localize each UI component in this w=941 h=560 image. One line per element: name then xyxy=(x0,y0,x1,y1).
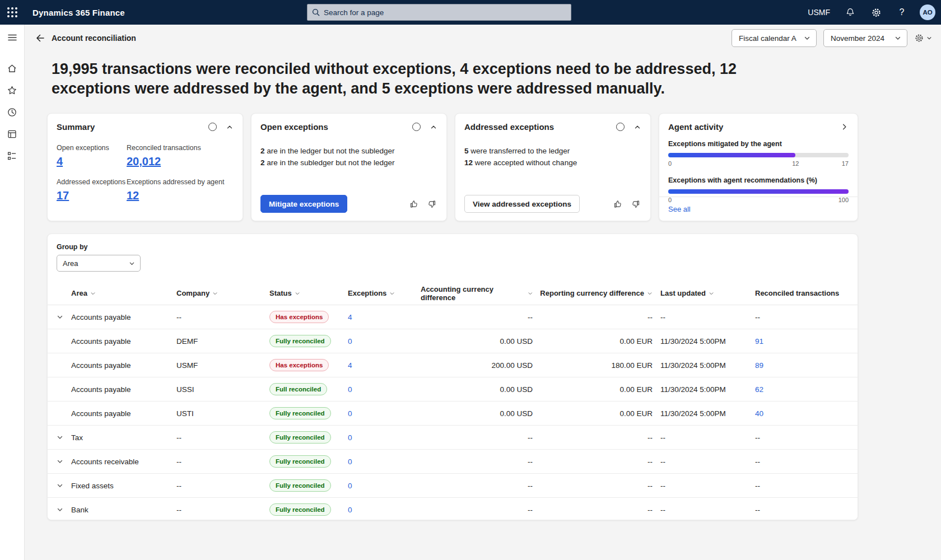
agent-status-circle-icon[interactable] xyxy=(412,123,421,131)
app-title: Dynamics 365 Finance xyxy=(32,8,125,17)
group-by-select[interactable]: Area xyxy=(57,255,141,272)
group-expand-chevron-icon[interactable] xyxy=(57,506,63,513)
exceptions-link[interactable]: 0 xyxy=(348,506,352,514)
table-row[interactable]: Accounts receivable -- Fully reconciled … xyxy=(48,450,858,474)
column-header-reconciled[interactable]: Reconciled transactions xyxy=(755,289,849,297)
status-badge: Fully reconciled xyxy=(269,407,331,419)
status-badge: Fully reconciled xyxy=(269,335,331,347)
agent-activity-card: Agent activity Exceptions mitigated by t… xyxy=(659,113,858,221)
collapse-chevron-up-icon[interactable] xyxy=(633,123,641,131)
exceptions-link[interactable]: 0 xyxy=(348,337,352,346)
table-row[interactable]: Bank -- Fully reconciled 0 -- -- -- -- xyxy=(48,498,858,520)
table-body: Accounts payable -- Has exceptions 4 -- … xyxy=(48,305,858,520)
agent-status-circle-icon[interactable] xyxy=(208,123,217,131)
page-settings-gear-icon[interactable] xyxy=(914,33,932,43)
reconciled-transactions-cell[interactable]: 89 xyxy=(755,361,763,370)
see-all-link[interactable]: See all xyxy=(668,205,691,213)
exceptions-link[interactable]: 0 xyxy=(348,482,352,490)
thumbs-up-icon[interactable] xyxy=(408,199,419,209)
workspaces-icon[interactable] xyxy=(6,128,18,140)
table-row[interactable]: Accounts payable USTI Fully reconciled 0… xyxy=(48,402,858,426)
open-exceptions-details: 2 are in the ledger but not the subledge… xyxy=(260,145,437,169)
status-badge: Full reconciled xyxy=(269,383,327,395)
exceptions-link[interactable]: 0 xyxy=(348,433,352,442)
exceptions-link[interactable]: 4 xyxy=(348,361,352,370)
column-header-company[interactable]: Company xyxy=(176,289,269,297)
exceptions-link[interactable]: 4 xyxy=(348,313,352,321)
thumbs-down-icon[interactable] xyxy=(631,199,641,209)
favorites-star-icon[interactable] xyxy=(6,84,18,96)
metric-exceptions-by-agent: Exceptions addressed by agent 12 xyxy=(127,178,234,202)
fiscal-calendar-select[interactable]: Fiscal calendar A xyxy=(732,29,817,47)
open-agent-activity-chevron-right-icon[interactable] xyxy=(840,123,849,131)
column-header-reporting-diff[interactable]: Reporting currency difference xyxy=(533,289,653,297)
status-badge: Has exceptions xyxy=(269,359,329,371)
company-cell: -- xyxy=(176,433,269,442)
group-expand-chevron-icon[interactable] xyxy=(57,314,63,320)
group-by-label: Group by xyxy=(57,243,849,251)
column-header-status[interactable]: Status xyxy=(269,289,348,297)
settings-gear-icon[interactable] xyxy=(866,0,886,25)
reconciled-transactions-cell[interactable]: 62 xyxy=(755,385,763,394)
group-expand-chevron-icon[interactable] xyxy=(57,458,63,465)
column-header-exceptions[interactable]: Exceptions xyxy=(348,289,421,297)
thumbs-down-icon[interactable] xyxy=(427,199,437,209)
top-app-bar: Dynamics 365 Finance USMF ? AO xyxy=(0,0,941,25)
recent-clock-icon[interactable] xyxy=(6,106,18,118)
table-row[interactable]: Accounts payable DEMF Fully reconciled 0… xyxy=(48,329,858,353)
help-icon[interactable]: ? xyxy=(892,0,912,25)
global-search[interactable] xyxy=(307,4,571,21)
column-header-area[interactable]: Area xyxy=(71,289,176,297)
card-title: Agent activity xyxy=(668,122,723,132)
company-cell: DEMF xyxy=(176,337,269,346)
group-expand-chevron-icon[interactable] xyxy=(57,434,63,441)
app-launcher-waffle-icon[interactable] xyxy=(0,0,25,25)
mitigate-exceptions-button[interactable]: Mitigate exceptions xyxy=(260,195,347,213)
table-row[interactable]: Accounts payable -- Has exceptions 4 -- … xyxy=(48,305,858,329)
notifications-bell-icon[interactable] xyxy=(840,0,860,25)
reconciled-transactions-cell[interactable]: 40 xyxy=(755,409,763,418)
table-row[interactable]: Accounts payable USSI Full reconciled 0 … xyxy=(48,377,858,402)
column-header-accounting-diff[interactable]: Accounting currency difference xyxy=(421,285,533,302)
metric-link[interactable]: 17 xyxy=(57,189,69,202)
menu-hamburger-icon[interactable] xyxy=(6,31,18,44)
chevron-down-icon xyxy=(295,291,300,296)
card-title: Summary xyxy=(57,122,95,132)
agent-status-circle-icon[interactable] xyxy=(616,123,625,131)
exceptions-link[interactable]: 0 xyxy=(348,409,352,418)
status-badge: Fully reconciled xyxy=(269,431,331,444)
metric-link[interactable]: 4 xyxy=(57,155,63,168)
view-addressed-exceptions-button[interactable]: View addressed exceptions xyxy=(464,195,580,213)
metric-link[interactable]: 20,012 xyxy=(127,155,161,168)
exceptions-link[interactable]: 0 xyxy=(348,385,352,394)
company-picker[interactable]: USMF xyxy=(803,0,835,25)
reporting-diff-cell: -- xyxy=(533,506,653,514)
user-avatar[interactable]: AO xyxy=(920,4,935,20)
reconciled-transactions-cell[interactable]: 91 xyxy=(755,337,763,346)
status-badge: Has exceptions xyxy=(269,311,329,323)
period-select[interactable]: November 2024 xyxy=(823,29,907,47)
collapse-chevron-up-icon[interactable] xyxy=(226,123,234,131)
area-cell: Accounts receivable xyxy=(71,458,176,466)
home-icon[interactable] xyxy=(6,62,18,74)
table-row[interactable]: Tax -- Fully reconciled 0 -- -- -- -- xyxy=(48,426,858,450)
metric-link[interactable]: 12 xyxy=(127,189,139,202)
reconciled-transactions-cell: -- xyxy=(755,482,760,490)
reporting-diff-cell: 180.00 EUR xyxy=(533,361,653,370)
reporting-diff-cell: 0.00 EUR xyxy=(533,337,653,346)
back-arrow-icon[interactable] xyxy=(30,29,49,48)
table-row[interactable]: Fixed assets -- Fully reconciled 0 -- --… xyxy=(48,474,858,498)
area-cell: Accounts payable xyxy=(71,385,176,394)
table-row[interactable]: Accounts payable USMF Has exceptions 4 2… xyxy=(48,353,858,377)
group-expand-chevron-icon[interactable] xyxy=(57,482,63,489)
search-input[interactable] xyxy=(324,8,566,17)
collapse-chevron-up-icon[interactable] xyxy=(430,123,437,131)
modules-list-icon[interactable] xyxy=(6,150,18,162)
exceptions-link[interactable]: 0 xyxy=(348,458,352,466)
thumbs-up-icon[interactable] xyxy=(612,199,623,209)
accounting-diff-cell: 200.00 USD xyxy=(421,361,533,370)
reconciled-transactions-cell: -- xyxy=(755,506,760,514)
reconciliation-summary-headline: 19,995 transactions were reconciled with… xyxy=(52,59,774,99)
column-header-last-updated[interactable]: Last updated xyxy=(653,289,755,297)
last-updated-cell: -- xyxy=(653,433,755,442)
